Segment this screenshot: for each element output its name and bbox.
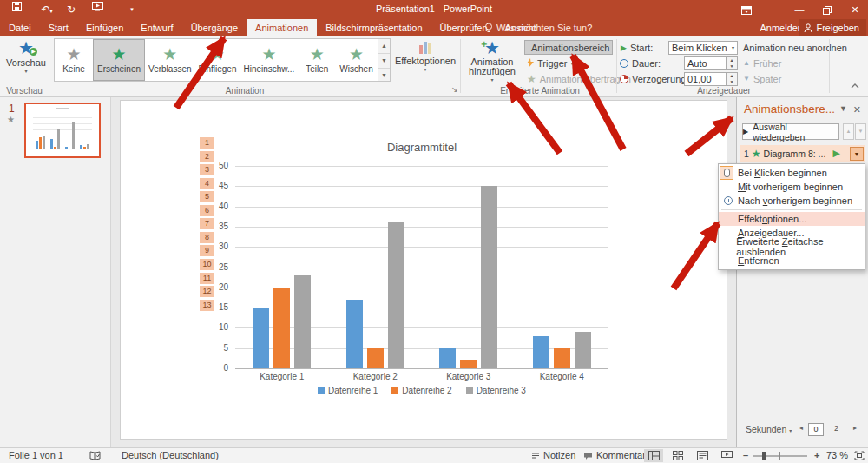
timeline-start-value[interactable]: 0 — [808, 423, 824, 436]
animation-painter-icon: ★ — [527, 72, 536, 86]
zoom-in-button[interactable]: + — [814, 448, 819, 463]
menu-item-mit-vorherigem-beginnen[interactable]: Mit vorherigem beginnen — [719, 180, 865, 194]
chart-gridline — [235, 268, 608, 268]
play-selected-button[interactable]: ▶ Auswahl wiedergeben — [742, 123, 839, 140]
menu-item-label: Mit vorherigem beginnen — [738, 182, 843, 192]
timeline-scroll-right-icon[interactable]: ▸ — [853, 424, 857, 432]
minimize-button[interactable]: — — [786, 0, 812, 19]
comments-button[interactable]: Kommentare — [583, 448, 651, 463]
timeline-scroll-left-icon[interactable]: ◂ — [799, 424, 803, 432]
close-button[interactable]: ✕ — [842, 0, 868, 19]
collapse-ribbon-button[interactable] — [851, 83, 859, 89]
animation-dialog-launcher[interactable]: ↘ — [451, 85, 458, 94]
legend-label: Datenreihe 3 — [477, 386, 526, 395]
duration-spinner[interactable]: ▲▼ — [727, 56, 738, 70]
zoom-level-label[interactable]: 73 % — [826, 448, 848, 463]
notes-button[interactable]: Notizen — [531, 448, 575, 463]
gallery-item-label: Erscheinen — [97, 64, 141, 74]
slide-sorter-view-button[interactable] — [668, 449, 687, 462]
bar-kategorie-2-datenreihe-3 — [388, 222, 404, 368]
mini-bar — [39, 137, 42, 149]
zoom-out-button[interactable]: – — [743, 448, 748, 463]
y-axis-tick-label: 5 — [207, 343, 228, 353]
earlier-label: Früher — [753, 56, 781, 70]
gallery-item-hineinschw[interactable]: ★Hineinschw... — [240, 39, 298, 81]
tab-entwurf[interactable]: Entwurf — [132, 19, 181, 36]
normal-view-button[interactable] — [644, 449, 663, 462]
bar-kategorie-3-datenreihe-1 — [439, 348, 456, 368]
gallery-item-verblassen[interactable]: ★Verblassen — [145, 39, 194, 81]
restore-button[interactable] — [814, 0, 840, 19]
delay-input[interactable]: 01,00 — [684, 72, 727, 86]
menu-icon-placeholder — [719, 180, 738, 194]
y-axis-tick-label: 45 — [207, 181, 228, 190]
effect-options-icon — [419, 38, 431, 56]
duration-input[interactable]: Auto — [684, 56, 727, 70]
group-label-erweiterte-animation: Erweiterte Animation — [465, 86, 615, 96]
add-animation-label: Animation hinzufügen — [467, 57, 517, 76]
move-later-button[interactable]: ▼ Später — [743, 71, 781, 86]
effect-options-button[interactable]: Effektoptionen ▾ — [396, 38, 455, 72]
gallery-scroll-down-button[interactable]: ▼ — [378, 54, 390, 69]
tab-datei[interactable]: Datei — [0, 19, 40, 36]
menu-item-erweiterte-zeitachse-ausblenden[interactable]: Erweiterte Zeitachse ausblenden — [719, 240, 865, 254]
delay-label: Verzögerung: — [632, 72, 688, 86]
animation-pane-button[interactable]: Animationsbereich — [524, 40, 613, 55]
gallery-scroll-up-button[interactable]: ▲ — [378, 39, 390, 54]
trigger-button[interactable]: Trigger ▾ — [524, 56, 575, 70]
reading-view-button[interactable] — [693, 449, 712, 462]
tab-start[interactable]: Start — [40, 19, 77, 36]
menu-icon-placeholder — [719, 212, 738, 226]
animation-painter-button[interactable]: ★ Animation übertragen — [524, 71, 634, 86]
gallery-item-teilen[interactable]: ★Teilen — [298, 39, 336, 81]
bar-kategorie-2-datenreihe-2 — [367, 348, 384, 368]
proofing-icon[interactable] — [89, 451, 101, 463]
pane-options-arrow[interactable]: ▼ — [839, 104, 847, 113]
delay-spinner[interactable]: ▲▼ — [727, 72, 738, 86]
group-label-animation: Animation — [54, 86, 436, 96]
animation-gallery: ★Keine★Erscheinen★Verblassen★Einfliegen★… — [54, 38, 378, 82]
slide-thumbnail[interactable] — [24, 103, 101, 158]
status-bar: Folie 1 von 1 Deutsch (Deutschland) Noti… — [0, 447, 868, 463]
tell-me-box[interactable]: Was möchten Sie tun? — [484, 19, 592, 36]
start-row: ▶ Start: — [621, 40, 653, 55]
chart-gridline — [235, 368, 608, 369]
gallery-item-wischen[interactable]: ★Wischen — [336, 39, 376, 81]
menu-item-nach-vorherigem-beginnen[interactable]: Nach vorherigem beginnen — [719, 194, 865, 208]
sign-in-button[interactable]: Anmelden — [760, 19, 803, 36]
move-earlier-button[interactable]: ▲ Früher — [743, 56, 781, 70]
gallery-item-einfliegen[interactable]: ★Einfliegen — [195, 39, 240, 81]
animation-list-item[interactable]: 1 ★ Diagramm 8: ... ▶ ▼ — [740, 145, 865, 162]
seconds-dropdown[interactable]: Sekunden ▾ — [746, 424, 792, 434]
tab-bildschirmpräsentation[interactable]: Bildschirmpräsentation — [317, 19, 431, 36]
preview-dropdown-arrow: ▾ — [24, 68, 27, 74]
share-button[interactable]: Freigeben — [799, 19, 866, 36]
slide[interactable]: 12345678910111213 Diagrammtitel Datenrei… — [120, 100, 727, 440]
preview-button[interactable]: ★ ▶ Vorschau ▾ — [7, 38, 45, 74]
zoom-slider-thumb[interactable] — [762, 452, 766, 460]
menu-item-effektoptionen[interactable]: Effektoptionen... — [719, 212, 865, 226]
pane-move-up-button[interactable]: ▲ — [843, 123, 854, 140]
item-dropdown-button[interactable]: ▼ — [850, 147, 864, 161]
comments-icon — [583, 452, 593, 460]
start-select[interactable]: Beim Klicken ▾ — [668, 41, 738, 55]
gallery-more-button[interactable]: ▼ — [378, 69, 390, 83]
slideshow-view-button[interactable] — [717, 449, 736, 462]
pane-move-down-button[interactable]: ▼ — [855, 123, 866, 140]
tab-einfügen[interactable]: Einfügen — [77, 19, 132, 36]
chart-gridline — [235, 327, 608, 328]
item-label: Diagramm 8: ... — [764, 149, 826, 159]
tab-übergänge[interactable]: Übergänge — [182, 19, 247, 36]
slide-thumbnails-panel: 1 ★ — [0, 97, 111, 447]
add-animation-button[interactable]: ★ ＋ Animation hinzufügen ▾ — [465, 38, 519, 83]
ribbon-display-options-icon[interactable] — [733, 0, 760, 19]
y-axis-tick-label: 10 — [207, 322, 228, 332]
language-button[interactable]: Deutsch (Deutschland) — [122, 448, 219, 463]
fit-to-window-button[interactable] — [854, 451, 865, 463]
pane-close-icon[interactable]: ✕ — [853, 104, 861, 116]
gallery-item-keine[interactable]: ★Keine — [55, 39, 93, 81]
clock-icon — [620, 59, 628, 68]
tab-animationen[interactable]: Animationen — [247, 19, 317, 36]
menu-item-bei-klicken-beginnen[interactable]: Bei Klicken beginnen — [719, 166, 865, 180]
gallery-item-erscheinen[interactable]: ★Erscheinen — [93, 39, 145, 81]
